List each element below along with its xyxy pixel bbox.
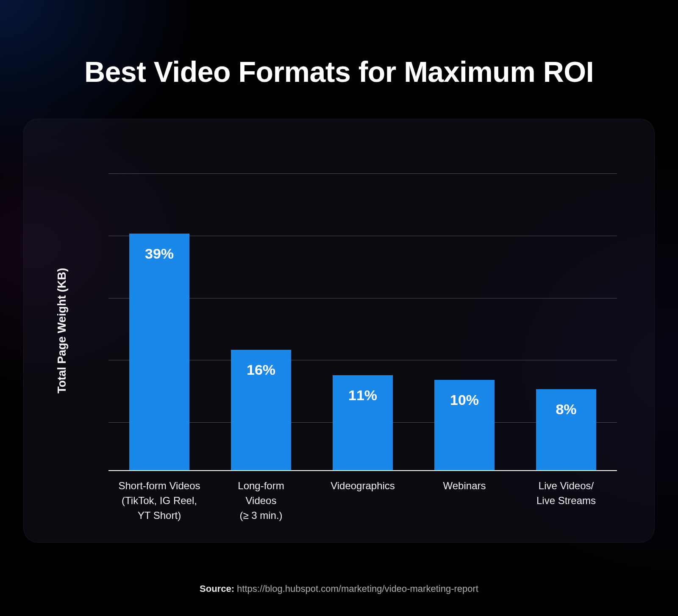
bar-value-label: 10% — [434, 392, 495, 408]
bar-slot: 8% — [515, 145, 617, 470]
bar-value-label: 11% — [333, 387, 393, 404]
bar-value-label: 16% — [231, 362, 291, 378]
x-label: Live Videos/ Live Streams — [515, 479, 617, 523]
source-url: https://blog.hubspot.com/marketing/video… — [237, 583, 478, 594]
bar-slot: 39% — [108, 145, 210, 470]
bar-value-label: 8% — [536, 401, 596, 418]
chart-card: Total Page Weight (KB) 39% 16% 11% — [23, 119, 655, 543]
bar-slot: 11% — [312, 145, 414, 470]
source-label: Source: — [200, 583, 234, 594]
x-label: Videographics — [312, 479, 414, 523]
x-label: Long-form Videos (≥ 3 min.) — [210, 479, 312, 523]
bar-webinars: 10% — [434, 380, 495, 471]
x-label: Short-form Videos (TikTok, IG Reel, YT S… — [108, 479, 210, 523]
source-line: Source: https://blog.hubspot.com/marketi… — [0, 583, 678, 594]
bar-slot: 16% — [210, 145, 312, 470]
x-axis-labels: Short-form Videos (TikTok, IG Reel, YT S… — [108, 479, 617, 523]
bar-slot: 10% — [414, 145, 515, 470]
chart-title: Best Video Formats for Maximum ROI — [0, 55, 678, 88]
y-axis-label: Total Page Weight (KB) — [56, 268, 69, 393]
x-label: Webinars — [414, 479, 515, 523]
bars-container: 39% 16% 11% 10% 8% — [108, 145, 617, 470]
bar-live-videos: 8% — [536, 389, 596, 470]
bar-short-form: 39% — [129, 234, 189, 470]
bar-value-label: 39% — [129, 245, 189, 262]
plot-area: 39% 16% 11% 10% 8% — [108, 145, 617, 471]
bar-videographics: 11% — [333, 375, 393, 470]
bar-long-form: 16% — [231, 350, 291, 470]
